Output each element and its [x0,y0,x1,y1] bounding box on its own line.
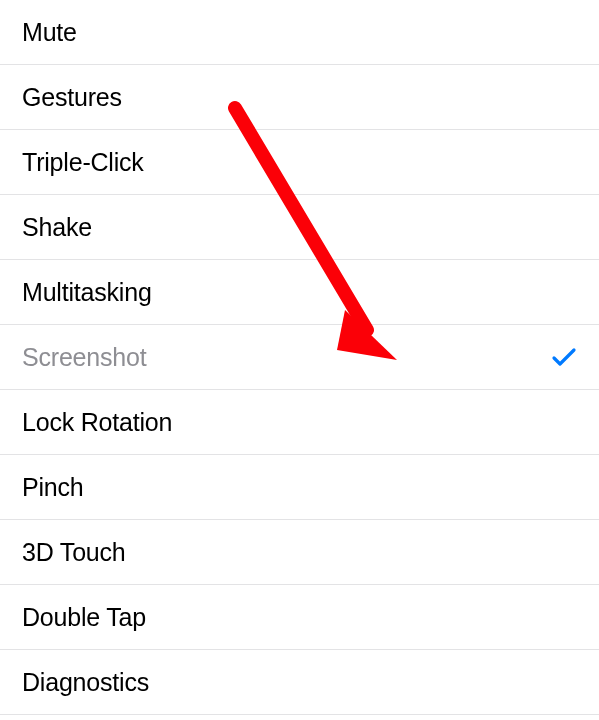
menu-item-label: Multitasking [22,278,152,307]
menu-item-gestures[interactable]: Gestures [0,65,599,130]
menu-item-pinch[interactable]: Pinch [0,455,599,520]
menu-item-label: Triple-Click [22,148,144,177]
menu-item-label: Gestures [22,83,122,112]
menu-item-label: Shake [22,213,92,242]
menu-item-mute[interactable]: Mute [0,0,599,65]
menu-item-screenshot[interactable]: Screenshot [0,325,599,390]
menu-item-label: Mute [22,18,77,47]
menu-item-label: Pinch [22,473,84,502]
menu-item-label: Lock Rotation [22,408,172,437]
menu-item-shake[interactable]: Shake [0,195,599,260]
menu-item-label: 3D Touch [22,538,126,567]
checkmark-icon [551,346,577,368]
menu-item-label: Screenshot [22,343,146,372]
menu-item-triple-click[interactable]: Triple-Click [0,130,599,195]
settings-menu-list: Mute Gestures Triple-Click Shake Multita… [0,0,599,715]
menu-item-double-tap[interactable]: Double Tap [0,585,599,650]
menu-item-label: Double Tap [22,603,146,632]
menu-item-label: Diagnostics [22,668,149,697]
menu-item-diagnostics[interactable]: Diagnostics [0,650,599,715]
menu-item-lock-rotation[interactable]: Lock Rotation [0,390,599,455]
menu-item-3d-touch[interactable]: 3D Touch [0,520,599,585]
menu-item-multitasking[interactable]: Multitasking [0,260,599,325]
